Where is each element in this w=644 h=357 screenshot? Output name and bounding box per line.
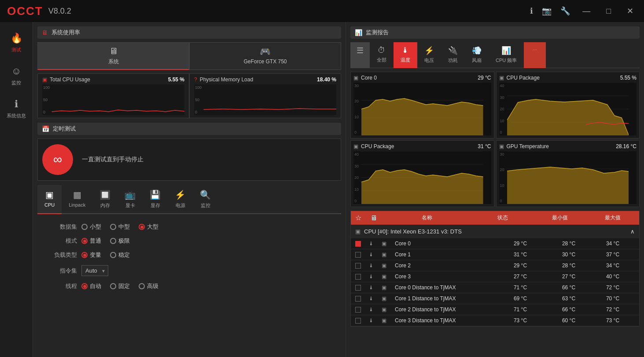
sys-tab-gpu-label: GeForce GTX 750 — [243, 58, 287, 65]
cpu-package-header: ▣ CPU Package 31 °C — [353, 143, 491, 149]
row-min: 28 °C — [547, 240, 591, 247]
display-icon[interactable]: 🖥 — [370, 214, 377, 222]
core0-svg — [353, 83, 483, 135]
row-checkbox[interactable] — [355, 296, 361, 302]
test-tab-storage[interactable]: 💾 显存 — [143, 185, 168, 214]
sidebar-item-sysinfo[interactable]: ℹ 系统信息 — [0, 92, 33, 125]
row-checkbox[interactable] — [355, 252, 361, 258]
temp-tab-icon: 🌡 — [401, 46, 409, 55]
metrics-row: ▣ Total CPU Usage 5.55 % 100 50 0 — [37, 73, 341, 118]
charts-grid: ▣ Core 0 29 °C 30 20 10 0 — [350, 72, 640, 207]
dataset-medium[interactable]: 中型 — [110, 223, 130, 231]
thread-advanced[interactable]: 高级 — [139, 282, 158, 290]
row-min: 63 °C — [547, 295, 591, 302]
test-tab-cpu-label: CPU — [44, 202, 55, 208]
instruction-label: 指令集 — [42, 267, 77, 275]
row-status: 73 °C — [494, 317, 547, 324]
cpu-package-body: 40 30 20 10 0 — [353, 151, 491, 204]
sys-tab-system[interactable]: 🖥 系统 — [37, 42, 189, 70]
dataset-small-radio[interactable] — [81, 224, 88, 230]
test-tab-monitor[interactable]: 🔍 监控 — [193, 185, 218, 214]
search-icon: 🔍 — [200, 189, 211, 200]
info-icon[interactable]: ℹ — [530, 6, 533, 16]
row-monitor-icon: ▣ — [382, 262, 395, 269]
thread-advanced-label: 高级 — [147, 282, 158, 290]
settings-icon[interactable]: 🔧 — [560, 6, 570, 16]
row-name: Core 2 Distance to TjMAX — [395, 306, 494, 313]
row-temp-icon: 🌡 — [368, 251, 382, 258]
power-tab-icon: 🔌 — [448, 46, 458, 55]
dataset-large[interactable]: 大型 — [139, 223, 158, 231]
row-monitor-icon: ▣ — [382, 306, 395, 313]
table-toolbar: ☆ 🖥 名称 状态 最小值 最大值 — [351, 211, 639, 225]
mon-tab-voltage[interactable]: ⚡ 电压 — [417, 42, 441, 68]
test-tab-linpack[interactable]: ▦ Linpack — [62, 185, 92, 214]
row-checkbox[interactable] — [355, 274, 361, 280]
thread-auto-radio[interactable] — [81, 283, 88, 289]
instruction-row: 指令集 Auto — [42, 265, 337, 276]
gpu-temp-body: 30 20 10 0 — [499, 151, 637, 204]
col-max: 最大值 — [591, 214, 635, 222]
start-test-button[interactable]: ∞ — [42, 144, 73, 175]
collapse-icon[interactable]: ∧ — [630, 228, 635, 235]
cpu-usage-svg — [42, 84, 184, 115]
cpu-small-icon: ▣ — [42, 76, 47, 83]
row-checkbox[interactable] — [355, 241, 361, 247]
mon-tab-power[interactable]: 🔌 功耗 — [441, 42, 465, 68]
camera-icon[interactable]: 📷 — [542, 6, 552, 16]
thread-fixed-radio[interactable] — [110, 283, 116, 289]
star-icon[interactable]: ☆ — [355, 214, 361, 222]
dataset-large-radio[interactable] — [139, 224, 145, 230]
row-checkbox[interactable] — [355, 285, 361, 291]
cpu-package-top-card: ▣ CPU Package 5.55 % 40 30 20 10 0 — [496, 72, 640, 138]
load-variable[interactable]: 变量 — [81, 251, 101, 259]
row-checkbox[interactable] — [355, 263, 361, 269]
row-checkbox[interactable] — [355, 318, 361, 324]
instruction-select[interactable]: Auto — [81, 265, 108, 276]
sidebar-item-test[interactable]: 🔥 测试 — [0, 26, 33, 59]
thread-advanced-radio[interactable] — [139, 283, 145, 289]
core0-value: 29 °C — [478, 75, 491, 81]
core0-icon: ▣ — [353, 75, 358, 81]
memory-question-icon: ? — [194, 76, 197, 83]
row-max: 40 °C — [591, 273, 635, 280]
row-checkbox[interactable] — [355, 307, 361, 313]
logo-text: OCCT — [7, 4, 43, 18]
mode-extreme-radio[interactable] — [110, 238, 116, 244]
mode-normal[interactable]: 普通 — [81, 237, 101, 245]
test-tab-cpu[interactable]: ▣ CPU — [37, 185, 62, 214]
load-stable-radio[interactable] — [110, 252, 116, 258]
mode-normal-radio[interactable] — [81, 238, 88, 244]
mon-tab-menu[interactable]: ☰ — [350, 42, 370, 68]
test-tab-memory[interactable]: 🔲 内存 — [92, 185, 118, 214]
test-tab-power[interactable]: ⚡ 电源 — [168, 185, 193, 214]
dataset-medium-radio[interactable] — [110, 224, 116, 230]
mon-tab-other[interactable]: ... — [524, 42, 546, 68]
mon-tab-cpu-freq[interactable]: 📊 CPU 频率 — [489, 42, 524, 68]
mon-tab-fan-label: 风扇 — [472, 57, 482, 64]
voltage-tab-icon: ⚡ — [424, 46, 434, 55]
mon-tab-temp[interactable]: 🌡 温度 — [394, 42, 417, 68]
cpu-usage-value: 5.55 % — [168, 76, 184, 83]
test-tab-gpu[interactable]: 📺 显卡 — [118, 185, 143, 214]
mode-extreme[interactable]: 极限 — [110, 237, 130, 245]
load-variable-radio[interactable] — [81, 252, 88, 258]
thread-auto[interactable]: 自动 — [81, 282, 101, 290]
cpu-package-top-label: CPU Package — [507, 75, 540, 81]
close-button[interactable]: ✕ — [623, 4, 637, 18]
load-stable[interactable]: 稳定 — [110, 251, 130, 259]
load-label: 负载类型 — [42, 251, 77, 259]
maximize-button[interactable]: □ — [603, 5, 615, 18]
sys-tab-gpu[interactable]: 🎮 GeForce GTX 750 — [189, 42, 341, 70]
cpu-pkg-top-icon: ▣ — [499, 75, 504, 81]
thread-fixed[interactable]: 固定 — [110, 282, 130, 290]
row-max: 37 °C — [591, 251, 635, 258]
mon-tab-fan[interactable]: 💨 风扇 — [465, 42, 489, 68]
cpu-package-top-title: ▣ CPU Package — [499, 75, 540, 81]
gpu-temp-svg — [499, 151, 629, 204]
minimize-button[interactable]: — — [579, 5, 594, 18]
sidebar-item-monitor[interactable]: ☺ 监控 — [0, 59, 33, 92]
mon-tab-all[interactable]: ⏱ 全部 — [370, 42, 394, 68]
mem-y-100: 100 — [195, 85, 202, 90]
dataset-small[interactable]: 小型 — [81, 223, 101, 231]
